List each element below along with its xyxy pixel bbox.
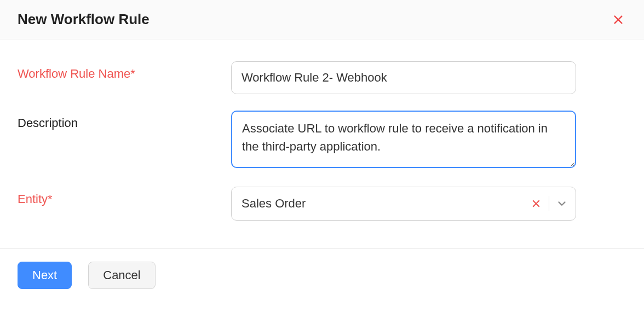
- entity-dropdown-toggle[interactable]: [551, 194, 576, 213]
- entity-clear-button[interactable]: [526, 195, 547, 212]
- description-label: Description: [18, 111, 231, 130]
- entity-select[interactable]: Sales Order: [231, 187, 576, 221]
- close-icon: [612, 14, 624, 26]
- entity-label: Entity*: [18, 187, 231, 206]
- close-icon: [531, 199, 541, 209]
- workflow-name-input[interactable]: [231, 61, 576, 94]
- row-entity: Entity* Sales Order: [18, 187, 626, 221]
- select-divider: [549, 196, 549, 211]
- chevron-down-icon: [556, 198, 568, 210]
- next-button[interactable]: Next: [18, 262, 72, 289]
- row-description: Description: [18, 111, 626, 170]
- form-body: Workflow Rule Name* Description Entity* …: [0, 39, 644, 248]
- row-workflow-name: Workflow Rule Name*: [18, 61, 626, 94]
- dialog-header: New Workflow Rule: [0, 0, 644, 39]
- dialog-footer: Next Cancel: [0, 248, 644, 302]
- entity-selected-value: Sales Order: [242, 197, 526, 211]
- dialog-title: New Workflow Rule: [18, 11, 150, 28]
- workflow-name-label: Workflow Rule Name*: [18, 61, 231, 81]
- cancel-button[interactable]: Cancel: [88, 262, 155, 289]
- close-button[interactable]: [610, 11, 626, 28]
- description-textarea[interactable]: [231, 111, 576, 168]
